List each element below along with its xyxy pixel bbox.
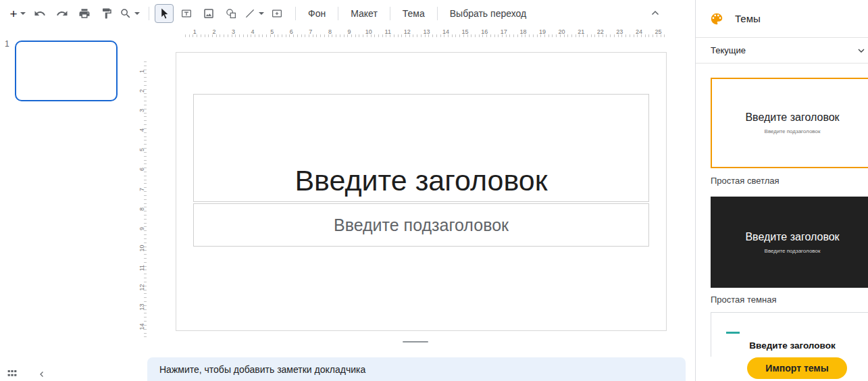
line-icon xyxy=(244,7,256,20)
slides-editor: + xyxy=(0,0,868,381)
vertical-ruler: 1234567891011121314 xyxy=(136,61,147,337)
toolbar-separator xyxy=(149,7,149,20)
ruler-number: 5 xyxy=(132,145,151,155)
ruler-number: 3 xyxy=(224,28,243,37)
chevron-down-icon xyxy=(856,45,867,56)
ruler-number: 22 xyxy=(590,28,610,37)
ruler-number: 14 xyxy=(436,28,456,37)
ruler-number: 4 xyxy=(132,125,151,135)
ruler-number: 18 xyxy=(513,28,533,37)
grid-view-icon xyxy=(7,369,18,378)
transition-button[interactable]: Выбрать переход xyxy=(443,4,533,23)
ruler-number: 12 xyxy=(132,282,151,293)
ruler-number: 25 xyxy=(648,28,668,37)
ruler-number: 13 xyxy=(132,302,151,312)
slide-number: 1 xyxy=(5,39,9,49)
undo-icon xyxy=(34,7,46,20)
insert-image-button[interactable] xyxy=(199,4,218,23)
ruler-number: 15 xyxy=(455,28,475,37)
ruler-number: 8 xyxy=(320,28,340,37)
line-tool-button[interactable] xyxy=(244,4,264,23)
themes-filter-value: Текущие xyxy=(711,45,746,55)
ruler-number: 12 xyxy=(398,28,417,37)
ruler-number: 2 xyxy=(205,28,224,37)
caret-down-icon xyxy=(20,12,26,15)
zoom-button[interactable] xyxy=(120,4,140,23)
theme-preview-title: Введите заголовок xyxy=(745,231,839,243)
theme-preview-subtitle: Введите подзаголовок xyxy=(765,248,821,254)
ruler-number: 24 xyxy=(630,28,649,37)
subtitle-placeholder-text: Введите подзаголовок xyxy=(334,215,509,235)
ruler-number: 10 xyxy=(132,243,151,253)
ruler-number: 9 xyxy=(340,28,359,37)
caret-down-icon xyxy=(259,12,264,15)
select-tool-button[interactable] xyxy=(155,4,174,23)
undo-button[interactable] xyxy=(30,4,49,23)
toolbar-separator xyxy=(390,7,390,20)
ruler-number: 1 xyxy=(132,66,151,76)
horizontal-ruler: 1234567891011121314151617181920212223242… xyxy=(185,28,668,37)
insert-placeholder-icon xyxy=(271,7,283,20)
ruler-number: 23 xyxy=(610,28,630,37)
chevron-up-icon xyxy=(649,7,661,20)
themes-filter-dropdown[interactable]: Текущие xyxy=(696,38,868,63)
ruler-number: 4 xyxy=(243,28,263,37)
theme-button[interactable]: Тема xyxy=(396,4,432,23)
speaker-notes[interactable]: Нажмите, чтобы добавить заметки докладчи… xyxy=(147,357,686,381)
shape-icon xyxy=(225,7,237,20)
print-button[interactable] xyxy=(75,4,94,23)
ruler-number: 20 xyxy=(552,28,571,37)
background-button[interactable]: Фон xyxy=(301,4,332,23)
ruler-number: 9 xyxy=(132,224,151,234)
layout-button[interactable]: Макет xyxy=(344,4,384,23)
notes-resize-handle[interactable] xyxy=(403,341,428,342)
ruler-number: 6 xyxy=(282,28,301,37)
toolbar-separator xyxy=(295,7,296,20)
ruler-number: 7 xyxy=(132,184,151,195)
ruler-number: 16 xyxy=(475,28,494,37)
ruler-number: 6 xyxy=(132,165,151,175)
collapse-filmstrip-button[interactable] xyxy=(37,368,51,380)
caret-down-icon xyxy=(134,12,140,15)
import-theme-button[interactable]: Импорт темы xyxy=(747,357,847,379)
themes-panel-header: Темы xyxy=(696,0,868,38)
print-icon xyxy=(78,7,91,20)
slide-thumbnail[interactable] xyxy=(15,41,118,101)
theme-card-light[interactable]: Введите заголовок Введите подзаголовок xyxy=(711,78,868,168)
ruler-number: 14 xyxy=(132,322,151,332)
toolbar-separator xyxy=(437,7,438,20)
textbox-button[interactable] xyxy=(177,4,196,23)
paint-format-icon xyxy=(101,7,113,20)
title-placeholder[interactable]: Введите заголовок xyxy=(193,94,649,202)
textbox-icon xyxy=(180,7,193,20)
grid-view-button[interactable] xyxy=(7,367,22,380)
themes-panel: Темы Текущие Введите заголовок Введите п… xyxy=(695,0,868,381)
shape-button[interactable] xyxy=(222,4,240,23)
ruler-number: 19 xyxy=(533,28,553,37)
theme-preview-title: Введите заголовок xyxy=(711,340,868,351)
ruler-number: 11 xyxy=(378,28,398,37)
paint-format-button[interactable] xyxy=(97,4,116,23)
toolbar-separator xyxy=(338,7,338,20)
redo-button[interactable] xyxy=(53,4,72,23)
theme-card-dark[interactable]: Введите заголовок Введите подзаголовок xyxy=(711,197,868,288)
subtitle-placeholder[interactable]: Введите подзаголовок xyxy=(193,203,649,247)
insert-placeholder-button[interactable] xyxy=(267,4,286,23)
ruler-number: 7 xyxy=(301,28,321,37)
new-slide-button[interactable]: + xyxy=(8,4,27,23)
themes-panel-title: Темы xyxy=(735,13,761,24)
ruler-number: 10 xyxy=(359,28,378,37)
title-placeholder-text: Введите заголовок xyxy=(295,164,547,197)
redo-icon xyxy=(56,7,68,20)
ruler-number: 1 xyxy=(185,28,205,37)
ruler-number: 11 xyxy=(132,263,151,273)
zoom-icon xyxy=(120,7,132,20)
ruler-number: 13 xyxy=(417,28,436,37)
ruler-number: 21 xyxy=(571,28,591,37)
slide-canvas[interactable]: Введите заголовок Введите подзаголовок xyxy=(176,52,667,331)
select-cursor-icon xyxy=(158,7,170,20)
theme-accent-dash xyxy=(726,332,740,334)
hide-menus-button[interactable] xyxy=(646,4,665,23)
speaker-notes-placeholder: Нажмите, чтобы добавить заметки докладчи… xyxy=(159,364,365,375)
ruler-number: 2 xyxy=(132,86,151,96)
